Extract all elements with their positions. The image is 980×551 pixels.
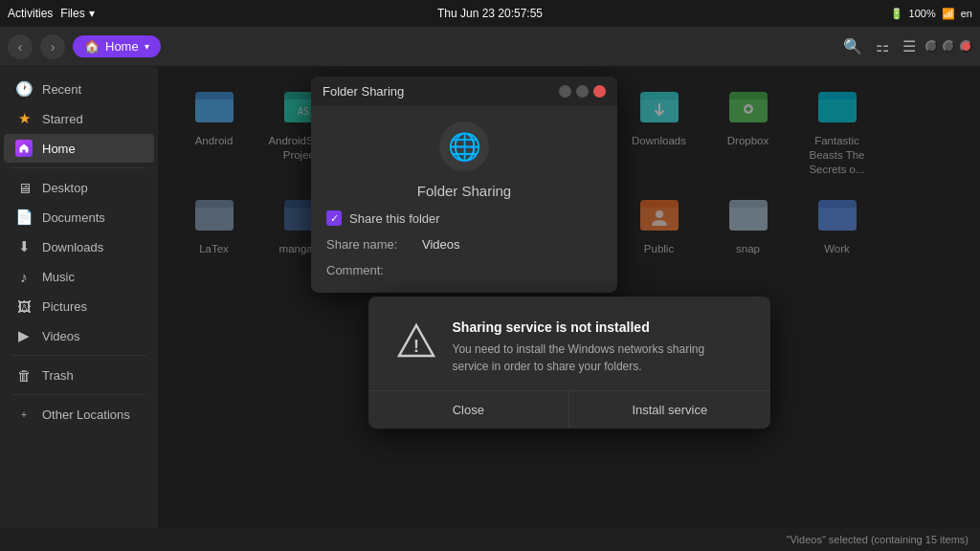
status-text: "Videos" selected (containing 15 items): [787, 534, 969, 545]
back-button[interactable]: ‹: [8, 34, 33, 59]
warning-icon: !: [395, 320, 437, 362]
datetime: Thu Jun 23 20:57:55: [437, 7, 543, 20]
app-name: Files: [60, 7, 84, 20]
home-label: Home: [105, 39, 139, 54]
sidebar-label-other: Other Locations: [42, 408, 130, 422]
search-button[interactable]: 🔍: [839, 33, 866, 59]
sidebar-label-pictures: Pictures: [42, 299, 87, 314]
app-chevron: ▾: [89, 7, 95, 20]
sidebar-label-home: Home: [42, 142, 76, 156]
sidebar-item-recent[interactable]: 🕐 Recent: [4, 75, 154, 103]
starred-icon: ★: [15, 110, 33, 127]
sidebar-item-documents[interactable]: 📄 Documents: [4, 203, 154, 231]
file-area: Android AS AndroidStudioProjects code: [158, 67, 980, 528]
folder-sharing-dialog: Folder Sharing 🌐 Folder Sharing ✓ Share …: [311, 77, 617, 293]
main-layout: 🕐 Recent ★ Starred Home 🖥 Desktop 📄 Docu…: [0, 67, 980, 528]
dialog-maximize[interactable]: [576, 85, 589, 98]
home-breadcrumb[interactable]: 🏠 Home ▾: [73, 35, 161, 57]
sidebar-label-trash: Trash: [42, 368, 74, 383]
share-name-row: Share name: Videos: [326, 237, 602, 252]
other-icon: +: [15, 406, 33, 423]
battery-level: 100%: [909, 8, 936, 19]
trash-icon: 🗑: [15, 366, 33, 384]
sni-message: You need to install the Windows networks…: [453, 341, 744, 375]
sidebar-label-desktop: Desktop: [42, 181, 88, 195]
topbar: Activities Files ▾ Thu Jun 23 20:57:55 🔋…: [0, 0, 980, 27]
home-chevron: ▾: [145, 41, 149, 52]
folder-sharing-title: Folder Sharing: [323, 84, 404, 99]
sort-button[interactable]: ☰: [899, 33, 920, 59]
share-name-label: Share name:: [326, 237, 412, 252]
sni-title: Sharing service is not installed: [453, 320, 744, 335]
documents-icon: 📄: [15, 209, 33, 226]
view-toggle-button[interactable]: ⚏: [872, 33, 893, 59]
install-service-button[interactable]: Install service: [569, 391, 770, 429]
sidebar-item-music[interactable]: ♪ Music: [4, 262, 154, 291]
music-icon: ♪: [15, 268, 33, 285]
lang-indicator: en: [961, 8, 972, 19]
dialog-window-buttons: [559, 85, 606, 98]
sni-content: ! Sharing service is not installed You n…: [395, 320, 744, 375]
dialog-minimize[interactable]: [559, 85, 571, 98]
downloads-icon: ⬇: [15, 238, 33, 255]
sidebar-item-home[interactable]: Home: [4, 134, 154, 163]
recent-icon: 🕐: [15, 80, 33, 98]
share-name-value: Videos: [422, 237, 460, 252]
sidebar-item-pictures[interactable]: 🖼 Pictures: [4, 292, 154, 320]
sidebar: 🕐 Recent ★ Starred Home 🖥 Desktop 📄 Docu…: [0, 67, 158, 528]
sidebar-item-starred[interactable]: ★ Starred: [4, 104, 154, 133]
sni-text: Sharing service is not installed You nee…: [453, 320, 744, 375]
sharing-service-dialog: ! Sharing service is not installed You n…: [368, 297, 770, 429]
toolbar-right: 🔍 ⚏ ☰: [839, 33, 972, 59]
activities-button[interactable]: Activities: [8, 7, 53, 20]
sidebar-label-starred: Starred: [42, 112, 83, 126]
sidebar-label-documents: Documents: [42, 210, 105, 225]
minimize-button[interactable]: [925, 40, 938, 53]
sidebar-label-recent: Recent: [42, 82, 81, 97]
sidebar-label-videos: Videos: [42, 329, 80, 343]
close-button[interactable]: [960, 40, 972, 53]
app-menu[interactable]: Files ▾: [60, 7, 94, 20]
globe-icon: 🌐: [439, 121, 489, 171]
sidebar-item-trash[interactable]: 🗑 Trash: [4, 361, 154, 389]
close-button[interactable]: Close: [368, 391, 569, 429]
maximize-button[interactable]: [943, 40, 955, 53]
share-checkbox-label: Share this folder: [349, 211, 440, 226]
pictures-icon: 🖼: [15, 298, 33, 315]
sidebar-item-videos[interactable]: ▶ Videos: [4, 321, 154, 350]
window-controls: [925, 40, 972, 53]
videos-icon: ▶: [15, 327, 33, 344]
home-icon: 🏠: [84, 39, 100, 54]
toolbar: ‹ › 🏠 Home ▾ 🔍 ⚏ ☰: [0, 27, 980, 67]
share-checkbox-row: ✓ Share this folder: [326, 210, 440, 226]
forward-button[interactable]: ›: [40, 34, 65, 59]
desktop-icon: 🖥: [15, 179, 33, 196]
comment-row: Comment:: [326, 263, 602, 277]
folder-sharing-heading: Folder Sharing: [417, 183, 511, 199]
sni-buttons: Close Install service: [368, 390, 770, 429]
statusbar: "Videos" selected (containing 15 items): [0, 528, 980, 551]
comment-label: Comment:: [326, 263, 412, 277]
sidebar-item-other[interactable]: + Other Locations: [4, 400, 154, 429]
sidebar-label-downloads: Downloads: [42, 240, 103, 254]
share-checkbox[interactable]: ✓: [326, 210, 342, 226]
sidebar-label-music: Music: [42, 270, 75, 284]
folder-sharing-body: 🌐 Folder Sharing ✓ Share this folder Sha…: [311, 106, 617, 293]
home-icon: [15, 140, 33, 157]
dialog-close[interactable]: [593, 85, 606, 98]
sidebar-item-downloads[interactable]: ⬇ Downloads: [4, 232, 154, 261]
folder-sharing-titlebar: Folder Sharing: [311, 77, 617, 106]
sidebar-item-desktop[interactable]: 🖥 Desktop: [4, 173, 154, 202]
wifi-icon: 📶: [942, 8, 955, 20]
battery-icon: 🔋: [890, 8, 903, 20]
dialog-overlay: Folder Sharing 🌐 Folder Sharing ✓ Share …: [158, 67, 980, 528]
svg-text:!: !: [413, 337, 419, 356]
